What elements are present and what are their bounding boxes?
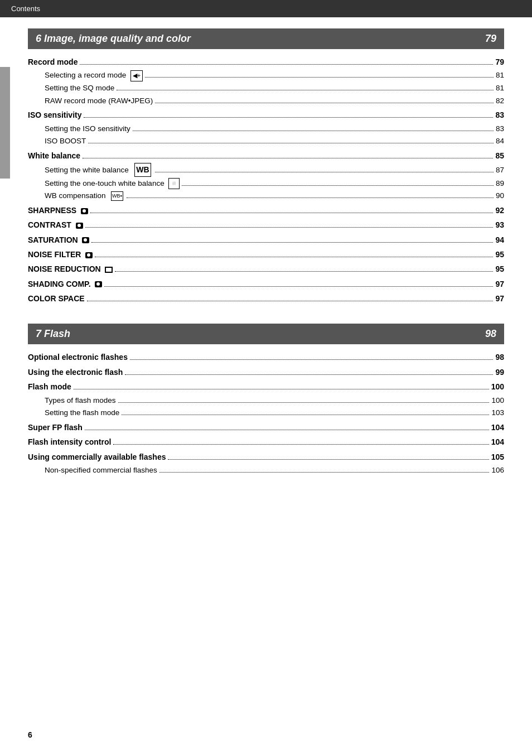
toc-page: 99 <box>495 366 504 378</box>
toc-label: Setting the one-touch white balance ◽ <box>45 177 180 190</box>
toc-page: 87 <box>496 164 504 176</box>
toc-main-flash-mode: Flash mode 100 <box>28 381 504 393</box>
toc-group-iso: ISO sensitivity 83 Setting the ISO sensi… <box>28 109 504 147</box>
toc-page: 85 <box>495 150 504 162</box>
toc-page: 94 <box>495 234 504 246</box>
toc-main-white-balance: White balance 85 <box>28 150 504 162</box>
header-bar: Contents <box>0 0 532 17</box>
toc-label: Using commercially available flashes <box>28 451 166 463</box>
toc-main-shading-comp: SHADING COMP. 97 <box>28 278 504 290</box>
toc-label: Using the electronic flash <box>28 366 123 378</box>
toc-group-optional-flashes: Optional electronic flashes 98 <box>28 351 504 363</box>
toc-label: Types of flash modes <box>45 394 116 407</box>
toc-dots <box>87 301 494 301</box>
toc-sub-onetouch-wb: Setting the one-touch white balance ◽ 89 <box>28 177 504 190</box>
toc-dots <box>122 415 489 415</box>
toc-label: NOISE REDUCTION <box>28 263 113 275</box>
toc-page: 79 <box>495 56 504 68</box>
toc-group-color-space: COLOR SPACE 97 <box>28 292 504 305</box>
contrast-cam-icon <box>76 223 83 229</box>
toc-dots <box>85 227 494 228</box>
toc-dots <box>155 103 494 103</box>
toc-label: Non-specified commercial flashes <box>45 464 157 476</box>
toc-group-commercial-flashes: Using commercially available flashes 105… <box>28 451 504 476</box>
shading-cam-icon <box>95 281 102 287</box>
toc-label: CONTRAST <box>28 219 83 231</box>
main-content: 6 Image, image quality and color 79 Reco… <box>0 17 532 501</box>
section7-title: 7 Flash <box>36 328 70 340</box>
toc-main-using-flash: Using the electronic flash 99 <box>28 366 504 378</box>
toc-group-saturation: SATURATION 94 <box>28 234 504 246</box>
toc-label: ISO sensitivity <box>28 109 81 121</box>
toc-page: 97 <box>495 292 504 305</box>
toc-page: 103 <box>491 407 504 419</box>
toc-page: 104 <box>491 436 504 448</box>
toc-dots <box>90 213 494 213</box>
toc-main-iso: ISO sensitivity 83 <box>28 109 504 121</box>
toc-page: 82 <box>496 95 504 107</box>
header-label: Contents <box>11 4 40 13</box>
wbz-icon: WB▪ <box>111 191 123 200</box>
toc-group-noise-filter: NOISE FILTER 95 <box>28 248 504 261</box>
toc-dots <box>117 90 494 90</box>
toc-group-record-mode: Record mode 79 Selecting a record mode ◀… <box>28 56 504 107</box>
toc-dots <box>145 77 494 78</box>
toc-dots <box>133 131 494 131</box>
toc-group-super-fp: Super FP flash 104 <box>28 421 504 434</box>
toc-label: Super FP flash <box>28 421 83 434</box>
onetouch-wb-icon: ◽ <box>168 178 180 189</box>
wb-icon: WB <box>134 163 151 176</box>
toc-sub-setting-flash-mode: Setting the flash mode 103 <box>28 407 504 419</box>
toc-group-shading-comp: SHADING COMP. 97 <box>28 278 504 290</box>
toc-page: 100 <box>491 394 504 407</box>
toc-dots <box>80 64 493 65</box>
toc-page: 93 <box>495 219 504 231</box>
toc-group-flash-mode: Flash mode 100 Types of flash modes 100 … <box>28 381 504 419</box>
toc-page: 106 <box>491 464 504 476</box>
toc-sub-setting-iso: Setting the ISO sensitivity 83 <box>28 123 504 135</box>
toc-dots <box>182 185 494 186</box>
toc-sub-iso-boost: ISO BOOST 84 <box>28 135 504 147</box>
section7-toc: Optional electronic flashes 98 Using the… <box>28 351 504 476</box>
left-tab <box>0 67 10 179</box>
section-spacer <box>28 307 504 318</box>
toc-dots <box>95 257 493 257</box>
toc-page: 90 <box>496 190 504 202</box>
section6-page: 79 <box>485 33 496 45</box>
toc-page: 95 <box>495 248 504 261</box>
section6-toc: Record mode 79 Selecting a record mode ◀… <box>28 56 504 305</box>
toc-page: 98 <box>495 351 504 363</box>
toc-page: 100 <box>491 381 504 393</box>
toc-group-white-balance: White balance 85 Setting the white balan… <box>28 150 504 202</box>
toc-page: 104 <box>491 421 504 434</box>
toc-label: ISO BOOST <box>45 135 86 147</box>
toc-dots <box>130 359 493 360</box>
toc-label: Setting the white balance WB <box>45 163 153 176</box>
toc-dots <box>88 143 494 143</box>
section7-header: 7 Flash 98 <box>28 324 504 344</box>
toc-page: 105 <box>491 451 504 463</box>
toc-main-sharpness: SHARPNESS 92 <box>28 204 504 216</box>
toc-page: 83 <box>495 109 504 121</box>
toc-sub-sq-mode: Setting the SQ mode 81 <box>28 82 504 94</box>
toc-label: Record mode <box>28 56 78 68</box>
section6-title: 6 Image, image quality and color <box>36 33 191 45</box>
toc-dots <box>127 198 494 198</box>
noise-reduction-rect-icon <box>105 267 113 273</box>
toc-page: 81 <box>496 82 504 94</box>
toc-label: SHADING COMP. <box>28 278 102 290</box>
toc-label: SATURATION <box>28 234 89 246</box>
toc-main-contrast: CONTRAST 93 <box>28 219 504 231</box>
toc-label: Optional electronic flashes <box>28 351 128 363</box>
toc-label: SHARPNESS <box>28 204 88 216</box>
section6-header: 6 Image, image quality and color 79 <box>28 28 504 49</box>
toc-dots <box>104 286 493 287</box>
toc-label: Selecting a record mode ◀+ <box>45 69 143 81</box>
toc-page: 81 <box>496 69 504 81</box>
toc-main-color-space: COLOR SPACE 97 <box>28 292 504 305</box>
toc-dots <box>84 117 493 118</box>
toc-group-contrast: CONTRAST 93 <box>28 219 504 231</box>
toc-page: 97 <box>495 278 504 290</box>
toc-dots <box>85 430 489 430</box>
toc-label: Setting the ISO sensitivity <box>45 123 130 135</box>
